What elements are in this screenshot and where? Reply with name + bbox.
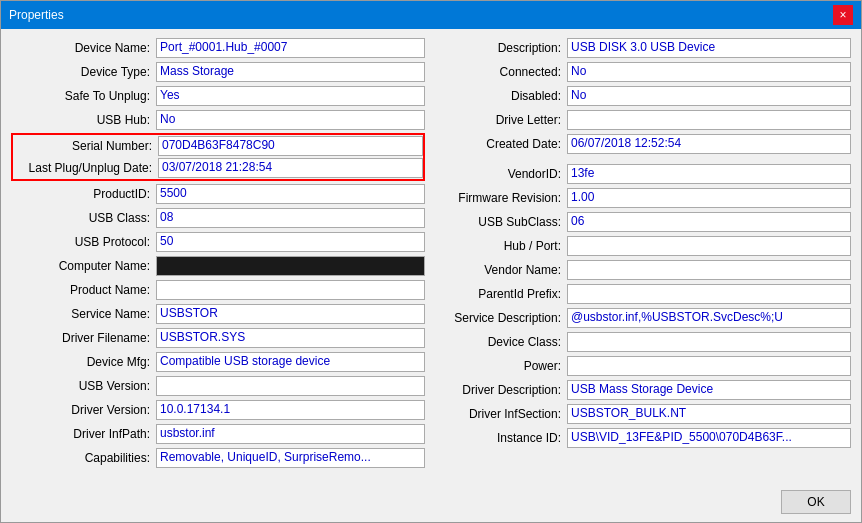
right-row-14: Driver Description:USB Mass Storage Devi… [437,379,851,401]
left-row-2: Safe To Unplug:Yes [11,85,425,107]
right-value-7: 06 [567,212,851,232]
left-value-0: Port_#0001.Hub_#0007 [156,38,425,58]
right-value-1: No [567,62,851,82]
spacer [437,157,851,161]
left-label-9: Computer Name: [11,259,156,273]
left-column: Device Name:Port_#0001.Hub_#0007Device T… [11,37,431,469]
left-value-11: USBSTOR [156,304,425,324]
right-label-14: Driver Description: [437,383,567,397]
right-label-5: VendorID: [437,167,567,181]
left-value-13: Compatible USB storage device [156,352,425,372]
left-row-16: Driver InfPath:usbstor.inf [11,423,425,445]
right-row-10: ParentId Prefix: [437,283,851,305]
left-value-16: usbstor.inf [156,424,425,444]
left-label-16: Driver InfPath: [11,427,156,441]
right-value-14: USB Mass Storage Device [567,380,851,400]
right-value-10 [567,284,851,304]
left-value-3: No [156,110,425,130]
right-value-6: 1.00 [567,188,851,208]
left-value-17: Removable, UniqueID, SurpriseRemo... [156,448,425,468]
right-label-2: Disabled: [437,89,567,103]
left-label-2: Safe To Unplug: [11,89,156,103]
right-value-15: USBSTOR_BULK.NT [567,404,851,424]
right-value-12 [567,332,851,352]
left-value-1: Mass Storage [156,62,425,82]
left-row-8: USB Protocol:50 [11,231,425,253]
left-label-6: ProductID: [11,187,156,201]
left-label-14: USB Version: [11,379,156,393]
right-value-0: USB DISK 3.0 USB Device [567,38,851,58]
left-value-7: 08 [156,208,425,228]
right-row-15: Driver InfSection:USBSTOR_BULK.NT [437,403,851,425]
right-row-13: Power: [437,355,851,377]
right-value-16: USB\VID_13FE&PID_5500\070D4B63F... [567,428,851,448]
right-value-4: 06/07/2018 12:52:54 [567,134,851,154]
right-row-8: Hub / Port: [437,235,851,257]
right-row-11: Service Description:@usbstor.inf,%USBSTO… [437,307,851,329]
right-label-0: Description: [437,41,567,55]
right-label-7: USB SubClass: [437,215,567,229]
left-label-7: USB Class: [11,211,156,225]
left-row-6: ProductID:5500 [11,183,425,205]
right-label-15: Driver InfSection: [437,407,567,421]
left-value-5: 03/07/2018 21:28:54 [158,158,423,178]
left-value-2: Yes [156,86,425,106]
right-label-13: Power: [437,359,567,373]
right-label-10: ParentId Prefix: [437,287,567,301]
left-row-4: Serial Number:070D4B63F8478C90 [13,135,423,157]
right-label-4: Created Date: [437,137,567,151]
left-row-11: Service Name:USBSTOR [11,303,425,325]
left-label-12: Driver Filename: [11,331,156,345]
right-label-6: Firmware Revision: [437,191,567,205]
left-value-9 [156,256,425,276]
right-row-4: Created Date:06/07/2018 12:52:54 [437,133,851,155]
right-row-1: Connected:No [437,61,851,83]
right-row-12: Device Class: [437,331,851,353]
left-label-11: Service Name: [11,307,156,321]
right-row-9: Vendor Name: [437,259,851,281]
left-row-0: Device Name:Port_#0001.Hub_#0007 [11,37,425,59]
right-row-16: Instance ID:USB\VID_13FE&PID_5500\070D4B… [437,427,851,449]
left-label-17: Capabilities: [11,451,156,465]
left-label-8: USB Protocol: [11,235,156,249]
left-row-3: USB Hub:No [11,109,425,131]
right-value-3 [567,110,851,130]
left-value-14 [156,376,425,396]
right-value-11: @usbstor.inf,%USBSTOR.SvcDesc%;U [567,308,851,328]
left-row-14: USB Version: [11,375,425,397]
right-row-0: Description:USB DISK 3.0 USB Device [437,37,851,59]
right-label-11: Service Description: [437,311,567,325]
title-bar: Properties × [1,1,861,29]
left-row-5: Last Plug/Unplug Date:03/07/2018 21:28:5… [13,157,423,179]
right-row-2: Disabled:No [437,85,851,107]
ok-button[interactable]: OK [781,490,851,514]
right-value-5: 13fe [567,164,851,184]
properties-grid: Device Name:Port_#0001.Hub_#0007Device T… [11,37,851,469]
left-row-9: Computer Name: [11,255,425,277]
left-label-4: Serial Number: [13,139,158,153]
right-label-1: Connected: [437,65,567,79]
left-value-10 [156,280,425,300]
properties-window: Properties × Device Name:Port_#0001.Hub_… [0,0,862,523]
right-row-3: Drive Letter: [437,109,851,131]
right-label-16: Instance ID: [437,431,567,445]
right-value-13 [567,356,851,376]
left-label-10: Product Name: [11,283,156,297]
highlight-section: Serial Number:070D4B63F8478C90Last Plug/… [11,133,425,181]
left-label-1: Device Type: [11,65,156,79]
right-label-8: Hub / Port: [437,239,567,253]
left-label-15: Driver Version: [11,403,156,417]
right-label-12: Device Class: [437,335,567,349]
left-row-13: Device Mfg:Compatible USB storage device [11,351,425,373]
right-value-9 [567,260,851,280]
left-label-0: Device Name: [11,41,156,55]
left-row-10: Product Name: [11,279,425,301]
left-row-1: Device Type:Mass Storage [11,61,425,83]
left-row-17: Capabilities:Removable, UniqueID, Surpri… [11,447,425,469]
close-button[interactable]: × [833,5,853,25]
left-label-13: Device Mfg: [11,355,156,369]
right-row-7: USB SubClass:06 [437,211,851,233]
left-row-15: Driver Version:10.0.17134.1 [11,399,425,421]
right-column: Description:USB DISK 3.0 USB DeviceConne… [431,37,851,469]
left-value-6: 5500 [156,184,425,204]
